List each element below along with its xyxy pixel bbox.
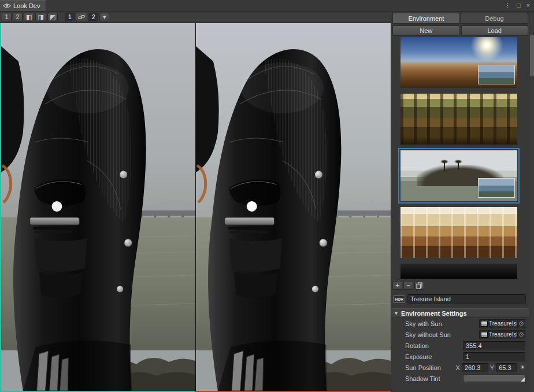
sky-with-sun-field[interactable]: TreasureIslandWh ⊙ — [479, 319, 525, 328]
lookdev-window: Look Dev ⋮ □ × 1 2 ◧ ◨ ◩ 1 — [0, 0, 534, 392]
cubemap-mini-thumbnail — [481, 321, 488, 327]
environment-panel: Environment Debug New Load — [391, 12, 534, 392]
sun-icon[interactable]: ☀ — [520, 364, 525, 371]
view2-content-button[interactable]: 2 — [88, 13, 98, 21]
sun-y-label: Y — [490, 364, 494, 371]
exposure-label: Exposure — [405, 353, 432, 360]
object-picker-icon[interactable]: ⊙ — [517, 331, 525, 338]
sky-with-sun-value: TreasureIslandWh — [489, 320, 517, 327]
viewport-1[interactable] — [0, 23, 195, 392]
panel-content: Environment Debug New Load — [391, 12, 529, 392]
lookdev-tab[interactable]: Look Dev — [0, 0, 46, 11]
exposure-row: Exposure — [391, 351, 529, 362]
dual-viewports — [0, 23, 391, 392]
panel-actions: New Load — [392, 25, 528, 36]
view1-content-button[interactable]: 1 — [65, 13, 75, 21]
sun-x-label: X — [455, 364, 459, 371]
exposure-input[interactable] — [463, 352, 525, 361]
settings-title: Environment Settings — [401, 310, 467, 317]
sky-with-sun-row: Sky with Sun TreasureIslandWh ⊙ — [391, 318, 529, 329]
side-by-side-view-icon[interactable]: ◧ — [24, 13, 34, 21]
hdri-name-row: HDR — [393, 294, 526, 304]
picture-in-picture — [478, 178, 515, 198]
hdri-list-controls: + − — [391, 279, 529, 290]
split-screen-view-icon[interactable]: ◨ — [35, 13, 46, 21]
maximize-icon[interactable]: □ — [517, 2, 521, 9]
zone-view-icon[interactable]: ◩ — [47, 13, 58, 21]
main-area: 1 2 ◧ ◨ ◩ 1 2 ▾ — [0, 12, 534, 392]
foldout-arrow-icon: ▼ — [394, 310, 399, 316]
sky-without-sun-field[interactable]: TreasureIslandWh ⊙ — [479, 330, 525, 339]
shadow-tint-color-swatch[interactable] — [463, 375, 525, 382]
panel-tabs: Environment Debug — [392, 13, 528, 24]
window-controls: ⋮ □ × — [505, 0, 534, 11]
scrollbar-thumb[interactable] — [530, 35, 534, 76]
window-title: Look Dev — [13, 2, 40, 9]
single-view-2-button[interactable]: 2 — [13, 13, 23, 21]
hdri-thumbnail-forest-path[interactable] — [400, 94, 517, 145]
cubemap-mini-thumbnail — [481, 332, 488, 338]
hdri-thumbnail-desert-sun[interactable] — [400, 37, 517, 88]
viewport-column: 1 2 ◧ ◨ ◩ 1 2 ▾ — [0, 12, 391, 392]
sky-with-sun-label: Sky with Sun — [405, 320, 442, 327]
palm-silhouette — [444, 162, 445, 172]
lookdev-eye-icon — [3, 3, 11, 9]
object-picker-icon[interactable]: ⊙ — [517, 320, 525, 327]
tab-debug[interactable]: Debug — [461, 13, 528, 24]
window-menu-icon[interactable]: ⋮ — [505, 2, 511, 9]
sync-views-link-icon[interactable] — [76, 13, 87, 21]
shadow-tint-label: Shadow Tint — [405, 375, 440, 382]
sun-position-label: Sun Position — [405, 364, 441, 371]
sky-without-sun-row: Sky without Sun TreasureIslandWh ⊙ — [391, 329, 529, 340]
sky-without-sun-label: Sky without Sun — [405, 331, 451, 338]
sun-position-row: Sun Position X Y ☀ — [391, 362, 529, 373]
render-view-2 — [196, 23, 391, 391]
sun-position-fields: X Y ☀ — [455, 363, 525, 372]
hdri-list — [391, 36, 529, 279]
lookdev-toolbar: 1 2 ◧ ◨ ◩ 1 2 ▾ — [0, 12, 391, 23]
shadow-tint-row: Shadow Tint — [391, 373, 529, 384]
hdri-thumbnail-treasure-island-selected[interactable] — [400, 150, 517, 201]
environment-settings-foldout[interactable]: ▼ Environment Settings — [391, 308, 529, 318]
sky-without-sun-value: TreasureIslandWh — [489, 331, 517, 338]
titlebar: Look Dev ⋮ □ × — [0, 0, 534, 12]
hdri-thumbnail-dark-studio[interactable] — [400, 264, 517, 279]
new-button[interactable]: New — [392, 25, 460, 36]
hdri-name-input[interactable] — [407, 294, 526, 304]
single-view-1-button[interactable]: 1 — [2, 13, 12, 21]
remove-hdri-button[interactable]: − — [403, 281, 413, 290]
palm-silhouette — [458, 162, 459, 170]
camera-dropdown-icon[interactable]: ▾ — [99, 13, 109, 21]
sun-x-input[interactable] — [462, 363, 488, 372]
sun-y-input[interactable] — [496, 363, 517, 372]
add-hdri-button[interactable]: + — [392, 281, 402, 290]
hdri-thumbnail-church-interior[interactable] — [400, 207, 517, 258]
rotation-input[interactable] — [463, 341, 525, 350]
rotation-row: Rotation — [391, 340, 529, 351]
tab-environment[interactable]: Environment — [392, 13, 460, 24]
picture-in-picture — [478, 65, 515, 84]
render-view-1 — [1, 23, 195, 391]
rotation-label: Rotation — [405, 342, 429, 349]
duplicate-hdri-button[interactable] — [414, 281, 424, 290]
close-icon[interactable]: × — [526, 2, 530, 9]
load-button[interactable]: Load — [461, 25, 529, 36]
hdr-badge: HDR — [393, 295, 405, 303]
panel-scrollbar[interactable] — [529, 12, 534, 392]
viewport-2[interactable] — [195, 23, 391, 392]
